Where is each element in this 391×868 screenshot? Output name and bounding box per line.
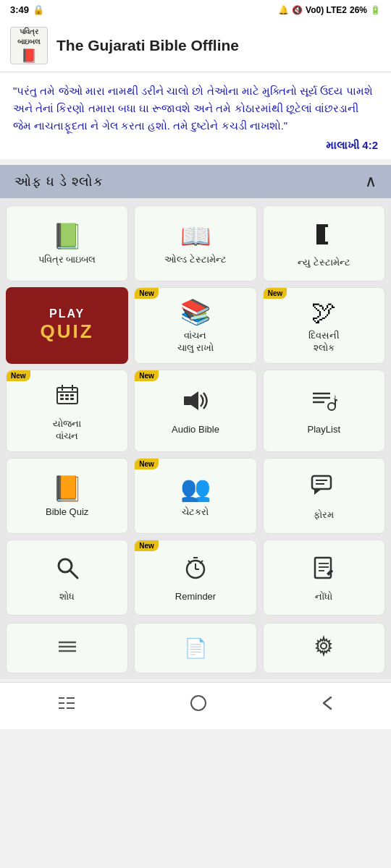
holy-bible-label: પવિત્ર બાઇબલ: [38, 254, 96, 266]
svg-marker-18: [191, 391, 198, 410]
grid-item-chatbot[interactable]: New 👥 ચેટકરો: [134, 458, 256, 534]
audio-bible-icon: [181, 388, 210, 418]
chatbot-icon: 👥: [180, 476, 211, 501]
grid-item-reminder[interactable]: New Reminder: [134, 540, 256, 616]
status-right: 🔔 🔇 Vo0) LTE2 26% 🔋: [278, 5, 381, 15]
quiz-quiz-label: QUIZ: [41, 320, 94, 343]
status-bar: 3:49 🔒 🔔 🔇 Vo0) LTE2 26% 🔋: [0, 0, 391, 20]
daily-verse-icon: 🕊: [311, 299, 336, 324]
new-testament-label: ન્યુ ટેસ્ટામેન્ટ: [298, 257, 350, 269]
svg-point-22: [328, 403, 335, 410]
bible-book-icon: 📕: [21, 48, 37, 64]
grid-item-reading-continue[interactable]: New 📚 વાંચનચાલુ રાખો: [134, 287, 256, 364]
new-badge-chatbot: New: [135, 459, 159, 469]
alarm-icon: 🔔: [278, 5, 289, 15]
grid-item-search[interactable]: શોધ: [6, 540, 128, 616]
quote-reference: માલાખી 4:2: [13, 139, 378, 152]
app-logo: પવિત્ર બાઇબલ 📕: [10, 27, 48, 64]
grid-item-play-quiz[interactable]: PLAY QUIZ: [6, 287, 128, 364]
svg-rect-6: [316, 242, 328, 244]
svg-rect-14: [60, 398, 64, 400]
grid-item-new-testament[interactable]: ન્યુ ટેસ્ટામેન્ટ: [263, 205, 385, 281]
menu-button[interactable]: [43, 692, 91, 718]
mute-icon: 🔇: [292, 5, 303, 15]
verse-banner-arrow: ∧: [365, 172, 377, 191]
holy-bible-icon: 📗: [52, 224, 83, 248]
svg-rect-5: [316, 224, 328, 227]
svg-rect-16: [70, 398, 74, 400]
status-time: 3:49: [10, 4, 29, 15]
schedule-reading-label: યોજનાવાંચન: [53, 418, 81, 443]
app-header: પવિત્ર બાઇબલ 📕 The Gujarati Bible Offlin…: [0, 20, 391, 72]
signal-text: Vo0) LTE2: [306, 5, 347, 15]
bible-quiz-icon: 📙: [52, 476, 83, 501]
svg-rect-15: [65, 398, 69, 400]
svg-line-31: [70, 571, 77, 578]
old-testament-label: ઓલ્ડ ટેસ્ટામેન્ટ: [164, 254, 227, 266]
svg-rect-11: [60, 394, 64, 396]
svg-rect-12: [65, 394, 69, 396]
partial-icon-1: [56, 637, 78, 660]
search-icon: [54, 555, 80, 585]
chatbot-label: ચેટકરો: [182, 506, 209, 519]
app-title: The Gujarati Bible Offline: [56, 37, 239, 54]
grid-item-playlist[interactable]: ♪ PlayList: [263, 370, 385, 452]
grid-item-holy-bible[interactable]: 📗 પવિત્ર બાઇબલ: [6, 205, 128, 281]
grid-item-daily-verse[interactable]: New 🕊 દિવસનીશ્લોક: [263, 287, 385, 364]
audio-bible-label: Audio Bible: [172, 424, 219, 436]
reading-continue-label: વાંચનચાલુ રાખો: [177, 330, 214, 354]
svg-rect-0: [316, 224, 319, 244]
grid-item-forum[interactable]: ફોરમ: [263, 458, 385, 534]
grid-item-old-testament[interactable]: 📖 ઓલ્ડ ટેસ્ટામેન્ટ: [134, 205, 256, 281]
daily-verse-label: દિવસનીશ્લોક: [308, 330, 340, 354]
svg-rect-1: [319, 224, 322, 244]
svg-point-46: [321, 643, 327, 649]
playlist-icon: ♪: [310, 388, 337, 418]
new-badge-reminder: New: [135, 540, 159, 551]
quote-text: "પરંતુ તમે જેઓ મારા નામથી ડરીને ચાલો છો …: [13, 82, 378, 135]
bottom-navigation: [0, 682, 391, 729]
notes-icon: [311, 555, 337, 585]
battery-icon: 🔋: [370, 5, 381, 15]
forum-label: ફોરમ: [314, 509, 334, 522]
home-button[interactable]: [175, 692, 222, 719]
partial-icon-3: [312, 635, 335, 662]
svg-rect-26: [312, 476, 331, 489]
new-badge-schedule: New: [7, 370, 30, 381]
new-badge-reading: New: [135, 288, 159, 299]
new-testament-icon: [311, 221, 337, 251]
reminder-label: Reminder: [175, 591, 216, 603]
partial-item-2[interactable]: 📄: [134, 623, 256, 673]
new-badge-daily-verse: New: [264, 288, 287, 299]
partial-item-1[interactable]: [6, 623, 128, 673]
partial-icon-2: 📄: [184, 637, 207, 660]
svg-text:♪: ♪: [333, 393, 337, 401]
notes-label: નોંધો: [315, 591, 332, 603]
forum-icon: [310, 473, 337, 503]
svg-point-53: [191, 696, 206, 710]
partial-item-3[interactable]: [263, 623, 385, 673]
logo-line2: બાઇબલ: [17, 38, 41, 46]
svg-rect-13: [70, 394, 74, 396]
bottom-partial-row: 📄: [0, 623, 391, 679]
back-button[interactable]: [306, 692, 348, 719]
grid-item-bible-quiz[interactable]: 📙 Bible Quiz: [6, 458, 128, 534]
main-grid: 📗 પવિત્ર બાઇબલ 📖 ઓલ્ડ ટેસ્ટામેન્ટ ન્યુ ટ…: [0, 198, 391, 623]
logo-line1: પવિત્ર: [20, 27, 38, 36]
reading-continue-icon: 📚: [180, 299, 211, 324]
battery-text: 26%: [350, 5, 367, 15]
bible-quiz-label: Bible Quiz: [46, 506, 88, 519]
svg-rect-17: [184, 396, 191, 405]
old-testament-icon: 📖: [180, 224, 211, 248]
playlist-label: PlayList: [308, 424, 341, 436]
grid-item-schedule-reading[interactable]: New યોજનાવાંચન: [6, 370, 128, 452]
search-label: શોધ: [59, 591, 75, 603]
reminder-icon: [182, 555, 209, 585]
schedule-reading-icon: [54, 382, 80, 412]
verse-banner[interactable]: ઓફ ધ ડે શ્લોક ∧: [0, 165, 391, 198]
grid-item-audio-bible[interactable]: New Audio Bible: [134, 370, 256, 452]
quiz-play-label: PLAY: [49, 307, 85, 320]
grid-item-notes[interactable]: નોંધો: [263, 540, 385, 616]
svg-rect-2: [322, 224, 325, 244]
new-badge-audio: New: [135, 370, 159, 381]
